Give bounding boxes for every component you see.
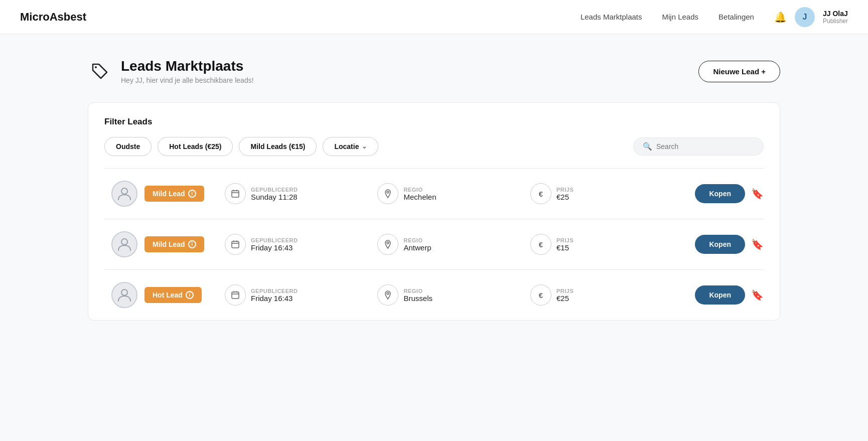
avatar-user-icon (111, 282, 137, 308)
kopen-button[interactable]: Kopen (695, 235, 745, 254)
nav-links: Leads Marktplaats Mijn Leads Betalingen (581, 13, 754, 21)
lead-published-block: GEPUBLICEERD Friday 16:43 (225, 284, 377, 306)
lead-prijs-block: € PRIJS €25 (530, 183, 683, 204)
lead-avatar (104, 282, 144, 308)
calendar-icon (225, 284, 246, 306)
bookmark-icon[interactable]: 🔖 (751, 238, 764, 250)
avatar-user-icon (111, 181, 137, 207)
svg-point-3 (387, 191, 389, 193)
filter-title: Filter Leads (104, 117, 764, 127)
euro-icon: € (530, 284, 551, 306)
svg-rect-8 (232, 292, 239, 299)
page-header: Leads Marktplaats Hey JJ, hier vind je a… (88, 58, 780, 84)
hot-lead-badge: Hot Lead i (144, 287, 202, 303)
euro-icon: € (530, 234, 551, 255)
location-icon (377, 183, 398, 204)
svg-rect-2 (232, 191, 239, 197)
avatar-user-icon (111, 231, 137, 257)
nav-mijn-leads[interactable]: Mijn Leads (662, 13, 699, 21)
avatar[interactable]: J (795, 7, 815, 27)
euro-icon: € (530, 183, 551, 204)
location-icon (377, 234, 398, 255)
filter-card: Filter Leads Oudste Hot Leads (€25) Mild… (88, 102, 780, 321)
nav-betalingen[interactable]: Betalingen (718, 13, 754, 21)
tag-icon (88, 59, 112, 83)
bell-icon[interactable]: 🔔 (774, 11, 787, 23)
filter-mild-leads-button[interactable]: Mild Leads (€15) (239, 137, 317, 156)
lead-prijs-block: € PRIJS €25 (530, 284, 683, 306)
nav-leads-marktplaats[interactable]: Leads Marktplaats (581, 13, 642, 21)
lead-published-block: GEPUBLICEERD Friday 16:43 (225, 234, 377, 255)
table-row: Hot Lead i GEPUBLICEERD Friday 16:43 (104, 270, 764, 320)
bookmark-icon[interactable]: 🔖 (751, 188, 764, 200)
lead-actions: Kopen 🔖 (695, 184, 764, 203)
badge-info-icon[interactable]: i (188, 190, 196, 198)
user-info: JJ OlaJ Publisher (823, 10, 848, 25)
mild-lead-badge: Mild Lead i (144, 236, 204, 252)
calendar-icon (225, 234, 246, 255)
lead-published-block: GEPUBLICEERD Sunday 11:28 (225, 183, 377, 204)
svg-point-7 (121, 289, 127, 296)
lead-actions: Kopen 🔖 (695, 235, 764, 254)
table-row: Mild Lead i GEPUBLICEERD Friday 16:43 (104, 219, 764, 270)
nieuwe-lead-button[interactable]: Nieuwe Lead + (698, 61, 780, 82)
svg-rect-5 (232, 241, 239, 248)
main-content: Leads Marktplaats Hey JJ, hier vind je a… (58, 34, 810, 345)
navbar-right: 🔔 J JJ OlaJ Publisher (774, 7, 848, 27)
lead-badge-wrap: Mild Lead i (144, 236, 225, 252)
table-row: Mild Lead i GEPUBLICEERD Sunday 11:28 (104, 169, 764, 219)
user-name: JJ OlaJ (823, 10, 848, 18)
page-title: Leads Marktplaats (121, 58, 254, 74)
lead-regio-block: REGIO Antwerp (377, 234, 530, 255)
navbar: MicroAsbest Leads Marktplaats Mijn Leads… (0, 0, 868, 34)
page-title-block: Leads Marktplaats Hey JJ, hier vind je a… (121, 58, 254, 84)
brand-logo: MicroAsbest (20, 11, 86, 24)
search-box: 🔍 (633, 137, 764, 156)
mild-lead-badge: Mild Lead i (144, 186, 204, 202)
search-icon: 🔍 (643, 142, 652, 151)
leads-list: Mild Lead i GEPUBLICEERD Sunday 11:28 (104, 169, 764, 320)
badge-info-icon[interactable]: i (186, 291, 194, 299)
svg-point-4 (121, 239, 127, 245)
filter-hot-leads-button[interactable]: Hot Leads (€25) (158, 137, 233, 156)
lead-prijs-block: € PRIJS €15 (530, 234, 683, 255)
search-input[interactable] (656, 142, 754, 151)
lead-avatar (104, 181, 144, 207)
bookmark-icon[interactable]: 🔖 (751, 289, 764, 301)
filter-oudste-button[interactable]: Oudste (104, 137, 152, 156)
calendar-icon (225, 183, 246, 204)
lead-badge-wrap: Mild Lead i (144, 186, 225, 202)
badge-info-icon[interactable]: i (188, 240, 196, 248)
page-header-left: Leads Marktplaats Hey JJ, hier vind je a… (88, 58, 254, 84)
lead-regio-block: REGIO Brussels (377, 284, 530, 306)
user-role: Publisher (823, 18, 848, 25)
lead-regio-block: REGIO Mechelen (377, 183, 530, 204)
chevron-down-icon: ⌄ (362, 143, 367, 150)
svg-point-1 (121, 188, 127, 194)
location-icon (377, 284, 398, 306)
lead-actions: Kopen 🔖 (695, 285, 764, 305)
kopen-button[interactable]: Kopen (695, 184, 745, 203)
filter-locatie-button[interactable]: Locatie ⌄ (323, 137, 378, 156)
svg-point-0 (95, 66, 97, 68)
kopen-button[interactable]: Kopen (695, 285, 745, 305)
svg-point-9 (387, 292, 389, 295)
page-subtitle: Hey JJ, hier vind je alle beschikbare le… (121, 76, 254, 84)
lead-badge-wrap: Hot Lead i (144, 287, 225, 303)
filter-row: Oudste Hot Leads (€25) Mild Leads (€15) … (104, 137, 764, 169)
svg-point-6 (387, 242, 389, 244)
lead-avatar (104, 231, 144, 257)
